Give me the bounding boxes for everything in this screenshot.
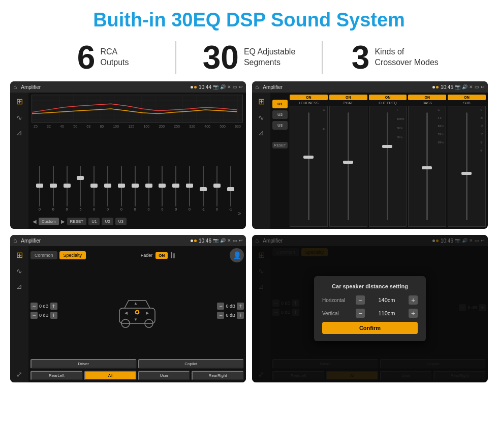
db-plus-1[interactable]: + — [50, 303, 57, 310]
phat-on-btn[interactable]: ON — [329, 95, 367, 100]
all-button[interactable]: All — [84, 371, 137, 380]
speaker-sidebar-icon-tr[interactable]: ⊿ — [258, 129, 264, 137]
loudness-on-btn[interactable]: ON — [290, 95, 328, 100]
screen-mixer: ⌂ Amplifier 10:45 📷 🔊 ✕ ▭ ↩ ⊞ ∿ ⊿ — [252, 81, 488, 229]
eq-slider-10[interactable]: 0 — [170, 160, 182, 216]
screen-eq: ⌂ Amplifier 10:44 📷 🔊 ✕ ▭ ↩ ⊞ ∿ ⊿ — [10, 81, 246, 229]
minimize-icon-tl: ▭ — [233, 84, 237, 89]
custom-button[interactable]: Custom — [39, 218, 59, 225]
eq-slider-0[interactable]: 0 — [34, 160, 46, 216]
stats-row: 6 RCA Outputs 30 EQ Adjustable Segments … — [0, 36, 498, 81]
eq-slider-6[interactable]: 0 — [115, 160, 128, 216]
eq-slider-13[interactable]: 0 — [211, 160, 223, 216]
u3-preset[interactable]: U3 — [272, 121, 288, 130]
time-tl: 10:44 — [199, 84, 211, 90]
u3-button-eq[interactable]: U3 — [115, 218, 127, 225]
rearleft-button[interactable]: RearLeft — [30, 371, 83, 380]
u1-button-eq[interactable]: U1 — [88, 218, 100, 225]
bass-slider-area[interactable]: G 3.0 90Hz 70Hz 60Hz — [408, 106, 446, 227]
sub-on-btn[interactable]: ON — [448, 95, 486, 100]
user-avatar-bl[interactable]: 👤 — [230, 248, 244, 262]
home-icon-tr[interactable]: ⌂ — [255, 83, 259, 91]
stat-number-eq: 30 — [203, 41, 239, 74]
driver-button[interactable]: Driver — [30, 359, 137, 369]
eq-slider-9[interactable]: 0 — [156, 160, 168, 216]
channel-sub: ON SUB G 20 15 10 5 0 — [448, 95, 486, 227]
eq-slider-1[interactable]: 0 — [47, 160, 59, 216]
db-minus-1[interactable]: − — [30, 303, 38, 310]
eq-slider-3[interactable]: 5 — [74, 160, 86, 216]
db-plus-3[interactable]: + — [237, 303, 244, 310]
user-button[interactable]: User — [138, 371, 191, 380]
u2-preset[interactable]: U2 — [272, 110, 288, 119]
db-row-2: − 0 dB + — [30, 312, 57, 319]
volume-icon-tr: 🔊 — [462, 84, 468, 89]
play-button-eq[interactable]: ▶ — [61, 219, 65, 224]
home-icon[interactable]: ⌂ — [13, 83, 17, 91]
db-row-4: − 0 dB + — [217, 312, 244, 319]
channel-bass: ON BASS G 3.0 90Hz 70Hz 60Hz — [408, 95, 446, 227]
common-tab[interactable]: Common — [30, 251, 57, 259]
db-minus-2[interactable]: − — [30, 312, 38, 319]
wave-sidebar-icon[interactable]: ∿ — [16, 113, 22, 122]
eq-sidebar-icon[interactable]: ⊞ — [16, 97, 23, 106]
eq-slider-11[interactable]: 0 — [183, 160, 196, 216]
fader-on-btn[interactable]: ON — [155, 252, 168, 259]
wave-sidebar-icon-bl[interactable]: ∿ — [16, 267, 22, 275]
eq-slider-14[interactable]: -1 — [225, 160, 237, 216]
reset-mixer[interactable]: RESET — [272, 142, 288, 148]
copilot-button[interactable]: Copilot — [138, 359, 244, 369]
prev-button-eq[interactable]: ◀ — [33, 219, 37, 224]
screen-fader: ⌂ Amplifier 10:46 📷 🔊 ✕ ▭ ↩ ⊞ ∿ ⊿ ⤢ — [10, 235, 246, 382]
home-icon-bl[interactable]: ⌂ — [13, 237, 17, 244]
expand-icon[interactable]: » — [238, 211, 241, 216]
cutfreq-on-btn[interactable]: ON — [369, 95, 407, 100]
reset-button-eq[interactable]: RESET — [67, 218, 87, 225]
confirm-button[interactable]: Confirm — [322, 322, 418, 334]
fader-sidebar-icon-bl[interactable]: ⤢ — [16, 370, 22, 378]
phat-slider-area[interactable] — [329, 106, 367, 227]
dialog-overlay: Car speaker distance setting Horizontal … — [252, 235, 488, 382]
u1-preset[interactable]: U1 — [272, 100, 288, 108]
status-bar-bl: ⌂ Amplifier 10:46 📷 🔊 ✕ ▭ ↩ — [10, 235, 246, 246]
eq-slider-12[interactable]: -1 — [197, 160, 209, 216]
volume-icon-tl: 🔊 — [220, 84, 226, 89]
speaker-sidebar-icon-bl[interactable]: ⊿ — [16, 282, 22, 290]
eq-sidebar-icon-bl[interactable]: ⊞ — [16, 250, 23, 260]
back-icon-tr[interactable]: ↩ — [481, 84, 485, 89]
horizontal-minus[interactable]: − — [356, 295, 365, 305]
eq-slider-2[interactable]: 0 — [61, 160, 73, 216]
vertical-value: 110cm — [368, 310, 406, 316]
back-icon-bl[interactable]: ↩ — [239, 238, 243, 243]
stat-label-rca: RCA Outputs — [100, 47, 129, 68]
db-minus-4[interactable]: − — [217, 312, 224, 319]
vertical-minus[interactable]: − — [356, 309, 365, 318]
eq-sidebar-icon-tr[interactable]: ⊞ — [258, 97, 265, 106]
bass-on-btn[interactable]: ON — [408, 95, 446, 100]
back-icon-tl[interactable]: ↩ — [239, 84, 243, 89]
wave-sidebar-icon-tr[interactable]: ∿ — [258, 113, 264, 122]
fader-tabs-row: Common Specialty Fader ON 👤 — [30, 248, 244, 262]
horizontal-value: 140cm — [368, 297, 406, 303]
db-minus-3[interactable]: − — [217, 303, 224, 310]
stat-number-crossover: 3 — [352, 41, 370, 74]
eq-slider-5[interactable]: 0 — [102, 160, 114, 216]
speaker-sidebar-icon[interactable]: ⊿ — [16, 129, 22, 137]
eq-slider-7[interactable]: 0 — [129, 160, 141, 216]
rearright-button[interactable]: RearRight — [192, 371, 244, 380]
sub-slider-area[interactable]: G 20 15 10 5 0 — [448, 106, 486, 227]
loudness-slider-area[interactable]: GF — [290, 106, 328, 227]
close-icon-bl: ✕ — [227, 238, 231, 243]
db-plus-4[interactable]: + — [237, 312, 244, 319]
page-title: Buith-in 30EQ DSP Sound System — [0, 0, 498, 36]
eq-slider-8[interactable]: 0 — [143, 160, 155, 216]
cutfreq-slider-area[interactable]: F 100Hz 80Hz 60Hz — [369, 106, 407, 227]
sidebar-bl: ⊞ ∿ ⊿ ⤢ — [10, 246, 28, 382]
db-plus-2[interactable]: + — [50, 312, 57, 319]
fader-buttons: Driver Copilot — [30, 359, 244, 369]
eq-slider-4[interactable]: 0 — [88, 160, 100, 216]
vertical-plus[interactable]: + — [409, 309, 418, 318]
u2-button-eq[interactable]: U2 — [102, 218, 113, 225]
horizontal-plus[interactable]: + — [409, 295, 418, 305]
specialty-tab[interactable]: Specialty — [59, 251, 86, 259]
